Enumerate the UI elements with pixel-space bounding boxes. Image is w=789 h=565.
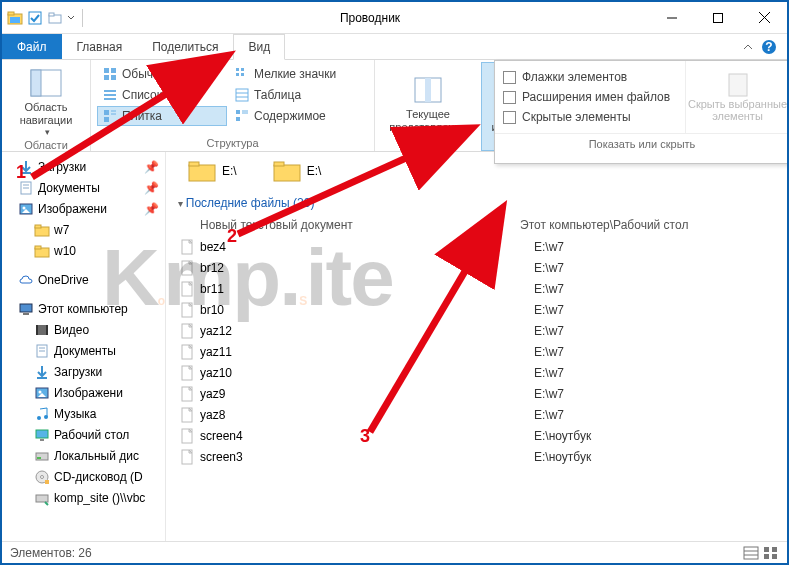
annotation-3: 3 (360, 426, 370, 447)
layout-small-icons[interactable]: Мелкие значки (229, 64, 359, 84)
nav-item-label: Загрузки (38, 160, 86, 174)
nav-item[interactable]: Изображени📌 (2, 198, 165, 219)
file-row[interactable]: yaz8E:\w7 (174, 404, 787, 425)
file-icon (180, 449, 196, 465)
content-area: Загрузки📌Документы📌Изображени📌w7w10OneDr… (2, 152, 787, 541)
file-path: E:\w7 (534, 282, 564, 296)
folder-item[interactable]: E:\ (188, 160, 237, 182)
hide-selected-label: Скрыть выбранные элементы (688, 98, 787, 122)
tab-home[interactable]: Главная (62, 34, 138, 59)
navigation-pane[interactable]: Загрузки📌Документы📌Изображени📌w7w10OneDr… (2, 152, 166, 541)
svg-rect-56 (46, 325, 48, 335)
nav-item[interactable]: CD-дисковод (D (2, 466, 165, 487)
tab-view[interactable]: Вид (233, 34, 285, 60)
nav-item[interactable]: Музыка (2, 403, 165, 424)
maximize-button[interactable] (695, 3, 741, 33)
col-path[interactable]: Этот компьютер\Рабочий стол (520, 218, 688, 232)
view-details-icon[interactable] (743, 546, 759, 560)
layout-content[interactable]: Содержимое (229, 106, 359, 126)
nav-item[interactable]: Загрузки (2, 361, 165, 382)
nav-item-label: Загрузки (54, 365, 102, 379)
recent-files-header[interactable]: Последние файлы (20) (174, 190, 787, 216)
folder-item[interactable]: E:\ (273, 160, 322, 182)
annotation-1: 1 (16, 162, 26, 183)
minimize-button[interactable] (649, 3, 695, 33)
status-view-switcher (743, 546, 779, 560)
file-name: yaz8 (200, 408, 534, 422)
file-icon (180, 365, 196, 381)
show-hide-dropdown: Флажки элементов Расширения имен файлов … (494, 60, 789, 164)
file-path: E:\w7 (534, 366, 564, 380)
layout-extra-large[interactable]: Обычны (97, 64, 227, 84)
img-icon (34, 385, 50, 401)
net-icon (34, 490, 50, 506)
file-row[interactable]: yaz9E:\w7 (174, 383, 787, 404)
layout-label: Плитка (122, 109, 162, 123)
tab-help-area: ? (743, 34, 787, 59)
nav-item-label: Рабочий стол (54, 428, 129, 442)
navigation-pane-icon (30, 67, 62, 99)
file-row[interactable]: yaz10E:\w7 (174, 362, 787, 383)
svg-point-62 (39, 390, 42, 393)
folder-icon (188, 160, 216, 182)
nav-item-label: Документы (54, 344, 116, 358)
nav-item[interactable]: komp_site ()\\vbc (2, 487, 165, 508)
nav-item[interactable]: Документы (2, 340, 165, 361)
tab-file[interactable]: Файл (2, 34, 62, 59)
nav-item-label: OneDrive (38, 273, 89, 287)
file-icon (180, 407, 196, 423)
folder-icon (273, 160, 301, 182)
col-name[interactable]: Новый текстовый документ (200, 218, 520, 232)
chevron-down-icon: ▾ (45, 127, 50, 137)
down-icon (34, 364, 50, 380)
file-name: yaz11 (200, 345, 534, 359)
checkbox-file-extensions[interactable]: Расширения имен файлов (503, 87, 677, 107)
qat-dropdown-icon[interactable] (66, 9, 76, 27)
checkbox-label: Флажки элементов (522, 70, 627, 84)
nav-item-label: w10 (54, 244, 76, 258)
svg-rect-28 (104, 110, 109, 115)
qat-folder-icon[interactable] (46, 9, 64, 27)
current-view-label: Текущее представление (389, 108, 466, 134)
checkbox-hidden-items[interactable]: Скрытые элементы (503, 107, 677, 127)
file-path: E:\w7 (534, 345, 564, 359)
nav-item[interactable]: Рабочий стол (2, 424, 165, 445)
svg-rect-15 (111, 68, 116, 73)
ribbon-group-layout: Обычны Мелкие значки Список Таблица Плит… (91, 60, 375, 151)
svg-rect-88 (744, 547, 758, 559)
close-button[interactable] (741, 3, 787, 33)
nav-item[interactable]: Изображени (2, 382, 165, 403)
nav-item[interactable]: Загрузки📌 (2, 156, 165, 177)
navigation-pane-button[interactable]: Область навигации ▾ (8, 62, 84, 138)
file-name: yaz10 (200, 366, 534, 380)
nav-item-label: Локальный дис (54, 449, 139, 463)
svg-rect-68 (37, 457, 41, 459)
current-view-button[interactable]: Текущее представление▾ (381, 62, 475, 151)
qat-check-icon[interactable] (26, 9, 44, 27)
nav-item[interactable]: Документы📌 (2, 177, 165, 198)
view-large-icon[interactable] (763, 546, 779, 560)
svg-rect-18 (236, 68, 239, 71)
ribbon-group-panes-label: Области (8, 138, 84, 153)
music-icon (34, 406, 50, 422)
layout-tiles[interactable]: Плитка (97, 106, 227, 126)
titlebar: Проводник (2, 2, 787, 34)
ribbon-collapse-icon[interactable] (743, 42, 753, 52)
tab-share[interactable]: Поделиться (137, 34, 233, 59)
file-row[interactable]: screen4E:\ноутбук (174, 425, 787, 446)
file-row[interactable]: yaz11E:\w7 (174, 341, 787, 362)
file-path: E:\ноутбук (534, 429, 591, 443)
hide-selected-button[interactable]: Скрыть выбранные элементы (685, 61, 789, 133)
nav-item-label: Изображени (38, 202, 107, 216)
svg-rect-51 (35, 246, 41, 249)
help-icon[interactable]: ? (761, 39, 777, 55)
svg-rect-71 (45, 480, 49, 484)
svg-rect-74 (189, 162, 199, 166)
nav-item[interactable]: Локальный дис (2, 445, 165, 466)
layout-details[interactable]: Таблица (229, 85, 359, 105)
checkbox-item-flags[interactable]: Флажки элементов (503, 67, 677, 87)
file-row[interactable]: screen3E:\ноутбук (174, 446, 787, 467)
pin-icon: 📌 (144, 202, 159, 216)
svg-rect-16 (104, 75, 109, 80)
layout-list[interactable]: Список (97, 85, 227, 105)
